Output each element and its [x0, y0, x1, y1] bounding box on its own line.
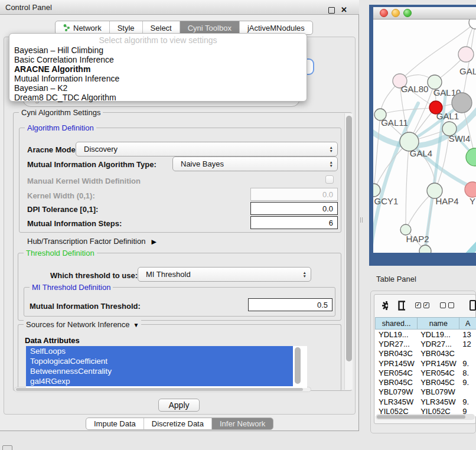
table-row[interactable]: YER054CYER054C8. — [375, 368, 476, 377]
network-node-gcy1[interactable] — [373, 184, 380, 197]
mi-steps-value: 6 — [329, 219, 333, 227]
aracne-mode-select[interactable]: Discovery — [76, 142, 338, 156]
tab-infer-network[interactable]: Infer Network — [212, 418, 273, 429]
network-node-y[interactable] — [465, 182, 476, 197]
minimize-traffic-light-icon[interactable] — [392, 9, 400, 17]
tab-cyni-toolbox[interactable]: Cyni Toolbox — [180, 21, 240, 34]
tab-impute-data[interactable]: Impute Data — [86, 418, 144, 429]
network-nodes[interactable]: GALGAL80GAL10GAL1GAL11SWI4GAL4GCY1HAP4YH… — [373, 19, 476, 253]
data-attribute-item[interactable]: TopologicalCoefficient — [26, 356, 293, 366]
tab-label: Select — [151, 24, 172, 32]
apply-button[interactable]: Apply — [158, 399, 200, 412]
table-cell: YDL19... — [417, 330, 459, 339]
control-panel-title: Control Panel — [0, 3, 52, 12]
table-row[interactable]: YDR27...YDR27...12 — [375, 339, 476, 348]
network-node[interactable] — [469, 19, 476, 29]
tab-label: Infer Network — [220, 419, 265, 428]
close-traffic-light-icon[interactable] — [380, 9, 388, 17]
algorithm-option[interactable]: Bayesian – Hill Climbing — [9, 45, 307, 55]
network-node-label: GAL1 — [436, 111, 459, 121]
tab-jactivemnodules[interactable]: jActiveMNodules — [240, 21, 312, 34]
table-cell: YBR045C — [417, 377, 459, 387]
unchecked-columns-icon[interactable] — [440, 302, 457, 308]
table-cell: YPR145W — [417, 358, 459, 368]
mi-steps-field[interactable]: 6 — [250, 216, 338, 229]
table-row[interactable]: YDL19...YDL19...13 — [375, 330, 476, 339]
network-graph: GALGAL80GAL10GAL1GAL11SWI4GAL4GCY1HAP4YH… — [373, 19, 476, 253]
tab-style[interactable]: Style — [110, 21, 143, 34]
data-attributes-list[interactable]: SelfLoopsTopologicalCoefficientBetweenne… — [26, 346, 307, 388]
table-cell: YLR345W — [375, 397, 417, 406]
mi-type-label: Mutual Information Algorithm Type: — [27, 160, 157, 169]
manual-kernel-checkbox[interactable] — [325, 175, 334, 184]
algorithm-option[interactable]: Dream8 DC_TDC Algorithm — [9, 93, 307, 102]
table-row[interactable]: YBL079WYBL079W — [375, 387, 476, 397]
table-horizontal-scrollbar[interactable] — [376, 414, 475, 420]
network-icon — [63, 24, 70, 32]
minimized-panel-icon[interactable] — [2, 445, 12, 450]
close-icon[interactable]: ✕ — [341, 5, 347, 14]
data-attribute-item[interactable]: gal4RGexp — [26, 376, 293, 386]
cyni-algorithm-settings-title: Cyni Algorithm Settings — [19, 108, 103, 117]
mi-threshold-field[interactable]: 0.5 — [248, 298, 332, 311]
data-attribute-item[interactable]: BetweennessCentrality — [26, 366, 293, 376]
table-cell: YPR145W — [375, 358, 417, 368]
list-scrollbar-thumb[interactable] — [295, 347, 301, 384]
network-view-window[interactable]: GALGAL80GAL10GAL1GAL11SWI4GAL4GCY1HAP4YH… — [369, 5, 476, 266]
network-node-label: GAL4 — [410, 148, 432, 158]
table-header-row: shared...nameA — [375, 317, 476, 330]
table-row[interactable]: YBR045CYBR045C9. — [375, 377, 476, 387]
data-attribute-item[interactable]: SelfLoops — [26, 346, 293, 356]
table-row[interactable]: YBR043CYBR043C — [375, 349, 476, 358]
table-cell: YDR27... — [417, 339, 459, 348]
mi-threshold-group-title: MI Threshold Definition — [30, 283, 113, 292]
network-canvas[interactable]: GALGAL80GAL10GAL1GAL11SWI4GAL4GCY1HAP4YH… — [373, 19, 476, 253]
column-header[interactable]: A — [459, 317, 476, 330]
table-panel-title: Table Panel — [376, 275, 416, 283]
table-cell: 9. — [459, 377, 476, 387]
gear-icon[interactable] — [382, 301, 388, 311]
table-cell: YDR27... — [375, 339, 417, 348]
checked-columns-icon[interactable]: ✓ ✓ — [415, 302, 432, 308]
split-columns-icon[interactable] — [398, 301, 405, 311]
column-header[interactable]: shared... — [375, 317, 417, 330]
network-node-label: Y — [470, 196, 475, 206]
algorithm-option[interactable]: Basic Correlation Inference — [9, 55, 307, 64]
settings-scrollbar[interactable] — [344, 113, 353, 390]
algorithm-definition-title: Algorithm Definition — [25, 123, 96, 132]
sources-group-title[interactable]: Sources for Network Inference — [24, 320, 141, 329]
zoom-traffic-light-icon[interactable] — [403, 9, 412, 17]
algorithm-option[interactable]: Bayesian – K2 — [9, 83, 307, 93]
network-node-label: GAL11 — [381, 118, 408, 128]
kernel-width-value: 0.0 — [322, 190, 333, 199]
hub-definition-toggle[interactable]: Hub/Transcription Factor Definition — [27, 237, 157, 246]
float-window-icon[interactable] — [328, 7, 335, 14]
export-table-icon[interactable] — [470, 300, 476, 311]
kernel-width-field[interactable]: 0.0 — [250, 188, 338, 201]
table-cell — [459, 349, 476, 358]
table-cell: YBR045C — [375, 377, 417, 387]
table-cell — [459, 387, 476, 397]
algorithm-option[interactable]: Mutual Information Inference — [9, 74, 307, 83]
mi-steps-label: Mutual Information Steps: — [27, 219, 122, 228]
which-threshold-select[interactable]: MI Threshold — [138, 267, 311, 282]
node-table[interactable]: shared...nameA YDL19...YDL19...13YDR27..… — [375, 317, 476, 416]
which-threshold-label: Which threshold to use: — [50, 271, 138, 280]
network-node[interactable] — [466, 148, 476, 166]
network-node-gal[interactable] — [458, 47, 474, 62]
table-row[interactable]: YPR145WYPR145W9. — [375, 358, 476, 368]
dpi-tolerance-field[interactable]: 0.0 — [250, 202, 338, 215]
table-row[interactable]: YLR345WYLR345W9. — [375, 397, 476, 406]
table-cell: YER054C — [417, 368, 459, 377]
network-node-label: HAP4 — [435, 196, 458, 206]
tab-network[interactable]: Network — [56, 21, 110, 34]
panel-divider-grip[interactable] — [360, 217, 363, 223]
tab-label: jActiveMNodules — [247, 24, 305, 32]
column-header[interactable]: name — [417, 317, 459, 330]
table-cell: 8. — [459, 368, 476, 377]
algorithm-option[interactable]: ARACNE Algorithm — [9, 64, 307, 74]
tab-select[interactable]: Select — [143, 21, 180, 34]
mi-type-select[interactable]: Naive Bayes — [172, 156, 338, 171]
tab-discretize-data[interactable]: Discretize Data — [144, 418, 212, 429]
network-node[interactable] — [452, 93, 472, 113]
